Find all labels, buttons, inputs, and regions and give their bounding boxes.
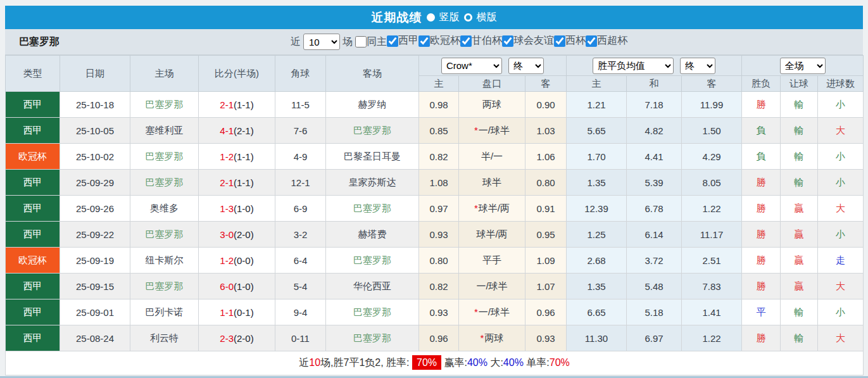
result-cell: 負 [742, 144, 781, 170]
title-bar: 近期战绩 竖版 横版 [5, 6, 863, 29]
match-row: 西甲25-10-18巴塞罗那2-1(1-1)11-5赫罗纳0.98两球0.901… [6, 92, 864, 118]
league-checkbox[interactable] [554, 35, 565, 47]
corners-cell: 5-4 [275, 274, 326, 299]
avg-draw-odds-cell: 3.72 [627, 248, 682, 274]
corners-cell: 6-4 [275, 248, 326, 274]
same-home-label: 同主 [367, 35, 387, 49]
league-type-cell: 西甲 [6, 274, 60, 299]
vertical-layout-radio[interactable] [427, 13, 435, 22]
summary-segment: 10 [309, 357, 320, 368]
avg-draw-odds-cell: 6.97 [627, 325, 682, 351]
handicap-away-odds-cell: 0.93 [525, 325, 567, 351]
date-cell: 25-08-24 [60, 325, 130, 351]
avg-away-odds-cell: 7.83 [682, 274, 742, 299]
league-type-cell: 西甲 [6, 170, 60, 196]
league-checkbox[interactable] [418, 35, 430, 47]
score-cell: 6-0(1-0) [199, 274, 275, 299]
summary-segment: 70% [412, 355, 441, 370]
scope-select[interactable]: 全场 [780, 58, 826, 74]
vertical-layout-label[interactable]: 竖版 [439, 11, 460, 24]
league-checkbox-label: 西甲 [398, 34, 418, 47]
handicap-line-cell: 一/球半 [459, 274, 525, 299]
handicap-home-odds-cell: 0.80 [419, 248, 459, 274]
league-checkbox-label: 西杯 [565, 34, 586, 47]
league-checkbox[interactable] [586, 35, 597, 47]
summary-segment: 近 [299, 357, 309, 368]
subheader-handicap: 盘口 [459, 76, 525, 92]
date-cell: 25-10-18 [60, 92, 130, 118]
league-checkbox-item[interactable]: 欧冠杯 [418, 34, 460, 47]
subheader-avg-draw: 和 [627, 76, 682, 92]
match-row: 西甲25-09-15巴塞罗那6-0(1-0)5-4华伦西亚0.82一/球半1.0… [6, 274, 864, 299]
handicap-line-cell: 球半 [459, 170, 525, 196]
away-team-cell: 巴黎圣日耳曼 [326, 144, 419, 170]
avg-home-odds-cell: 12.39 [567, 196, 627, 222]
handicap-result-cell: 輸 [781, 325, 818, 351]
date-cell: 25-10-02 [60, 144, 130, 170]
league-checkbox-item[interactable]: 甘伯杯 [460, 34, 502, 47]
recent-count-select[interactable]: 10 [303, 34, 340, 50]
changed-line-star: * [481, 332, 484, 343]
corners-cell: 9-4 [275, 299, 326, 325]
filter-bar: 巴塞罗那 近 10 场 同主 西甲欧冠杯甘伯杯球会友谊西杯西超杯 [5, 29, 863, 55]
league-checkbox-item[interactable]: 西超杯 [586, 34, 627, 47]
games-label: 场 [343, 35, 353, 49]
league-checkbox[interactable] [502, 35, 513, 47]
fulltime-score: 1-2 [220, 255, 234, 266]
handicap-result-cell: 輸 [781, 299, 818, 325]
team-name: 巴塞罗那 [19, 35, 60, 49]
horizontal-layout-radio[interactable] [464, 13, 472, 22]
avg-draw-odds-cell: 5.18 [627, 299, 682, 325]
handicap-home-odds-cell: 0.85 [419, 118, 459, 144]
odds-time-select[interactable]: 终 [508, 58, 544, 74]
same-home-checkbox-item[interactable]: 同主 [355, 35, 387, 49]
away-team-cell: 巴塞罗那 [326, 325, 419, 351]
fulltime-score: 2-1 [220, 177, 234, 188]
avg-away-odds-cell: 1.41 [682, 299, 742, 325]
subheader-goals: 进球数 [818, 76, 864, 92]
league-checkbox[interactable] [460, 35, 472, 47]
col-header-home: 主场 [130, 56, 199, 92]
avg-draw-odds-cell: 7.18 [627, 92, 682, 118]
recent-label: 近 [291, 35, 301, 49]
league-checkbox[interactable] [387, 35, 398, 47]
league-type-cell: 西甲 [6, 118, 60, 144]
col-header-corners: 角球 [275, 56, 326, 92]
fulltime-score: 2-1 [220, 99, 234, 110]
handicap-home-odds-cell: 0.82 [419, 274, 459, 299]
handicap-result-cell: 輸 [781, 144, 818, 170]
date-cell: 25-09-15 [60, 274, 130, 299]
fulltime-score: 3-0 [220, 229, 234, 240]
result-cell: 勝 [742, 325, 781, 351]
subheader-avg-home: 主 [567, 76, 627, 92]
away-team-cell: 巴塞罗那 [326, 118, 419, 144]
odds-company-select[interactable]: Crow* [441, 58, 502, 74]
horizontal-layout-label[interactable]: 横版 [477, 11, 497, 24]
league-checkbox-label: 欧冠杯 [430, 34, 460, 47]
goals-result-cell: 走 [818, 248, 864, 274]
home-team-cell: 巴塞罗那 [130, 222, 199, 248]
goals-result-cell: 大 [818, 274, 864, 299]
same-home-checkbox[interactable] [355, 36, 367, 47]
league-checkbox-item[interactable]: 西甲 [387, 34, 418, 47]
avg-metric-select[interactable]: 胜平负均值 [593, 58, 674, 74]
league-checkbox-label: 球会友谊 [513, 34, 554, 47]
corners-cell: 3-2 [275, 222, 326, 248]
home-team-cell: 巴塞罗那 [130, 274, 199, 299]
league-checkbox-item[interactable]: 球会友谊 [502, 34, 554, 47]
league-checkbox-item[interactable]: 西杯 [554, 34, 586, 47]
handicap-away-odds-cell: 0.90 [525, 92, 567, 118]
league-checkboxes: 西甲欧冠杯甘伯杯球会友谊西杯西超杯 [387, 34, 627, 49]
handicap-result-cell: 贏 [781, 196, 818, 222]
corners-cell: 0-11 [275, 325, 326, 351]
handicap-line-cell: 球半/两 [459, 222, 525, 248]
away-team-cell: 赫塔费 [326, 222, 419, 248]
avg-away-odds-cell: 8.05 [682, 170, 742, 196]
handicap-line-cell: *球半/两 [459, 196, 525, 222]
score-cell: 1-2(1-1) [199, 144, 275, 170]
subheader-result: 胜负 [742, 76, 781, 92]
avg-draw-odds-cell: 6.14 [627, 222, 682, 248]
home-team-cell: 巴列卡诺 [130, 299, 199, 325]
league-type-cell: 欧冠杯 [6, 144, 60, 170]
avg-time-select[interactable]: 终 [680, 58, 715, 74]
